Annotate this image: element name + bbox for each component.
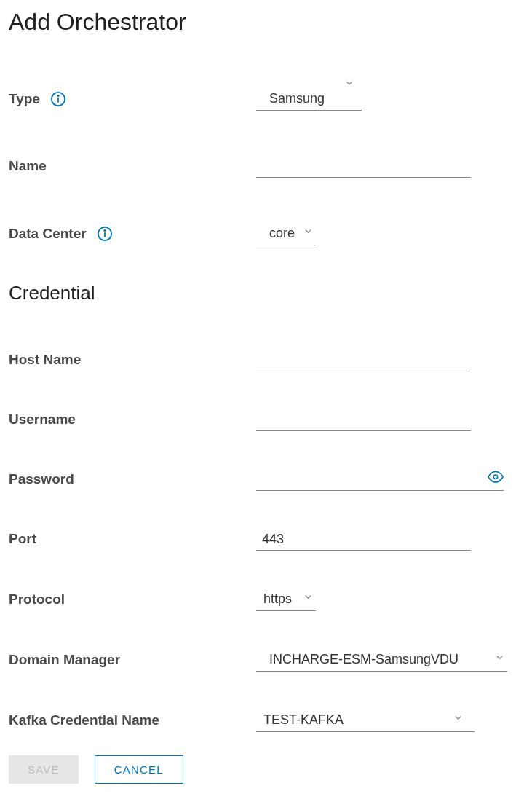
label-type: Type xyxy=(9,91,40,107)
label-protocol: Protocol xyxy=(9,591,65,607)
save-button: SAVE xyxy=(9,755,79,784)
label-name: Name xyxy=(9,158,47,174)
data-center-value: core xyxy=(256,221,316,245)
info-icon[interactable] xyxy=(97,226,113,242)
domain-manager-value: INCHARGE-ESM-SamsungVDU xyxy=(256,648,507,672)
label-domain-manager: Domain Manager xyxy=(9,652,120,668)
type-select[interactable]: Samsung xyxy=(256,87,362,111)
info-icon[interactable] xyxy=(50,91,66,107)
row-password: Password xyxy=(9,468,523,491)
row-domain-manager: Domain Manager INCHARGE-ESM-SamsungVDU xyxy=(9,648,523,672)
host-name-input[interactable] xyxy=(256,348,471,371)
row-port: Port xyxy=(9,527,523,551)
row-type: Type Samsung xyxy=(9,87,523,111)
label-username: Username xyxy=(9,412,76,428)
page-title: Add Orchestrator xyxy=(9,9,523,36)
row-kafka-credential: Kafka Credential Name TEST-KAFKA xyxy=(9,708,523,732)
label-data-center: Data Center xyxy=(9,226,87,242)
password-input[interactable] xyxy=(256,468,504,491)
credential-heading: Credential xyxy=(9,282,523,304)
svg-point-6 xyxy=(493,475,498,479)
eye-icon[interactable] xyxy=(488,469,504,488)
kafka-credential-select[interactable]: TEST-KAFKA xyxy=(256,708,475,732)
label-kafka-credential: Kafka Credential Name xyxy=(9,712,159,728)
svg-point-5 xyxy=(104,229,105,230)
row-host-name: Host Name xyxy=(9,348,523,371)
row-username: Username xyxy=(9,408,523,431)
type-value: Samsung xyxy=(256,87,362,111)
row-name: Name xyxy=(9,154,523,178)
protocol-select[interactable]: https xyxy=(256,587,316,611)
button-row: SAVE CANCEL xyxy=(9,755,523,784)
label-port: Port xyxy=(9,531,36,547)
label-host-name: Host Name xyxy=(9,352,81,368)
label-password: Password xyxy=(9,471,74,487)
row-data-center: Data Center core xyxy=(9,221,523,245)
name-input[interactable] xyxy=(256,154,471,178)
data-center-select[interactable]: core xyxy=(256,221,316,245)
username-input[interactable] xyxy=(256,408,471,431)
svg-point-2 xyxy=(57,95,58,95)
domain-manager-select[interactable]: INCHARGE-ESM-SamsungVDU xyxy=(256,648,507,672)
kafka-credential-value: TEST-KAFKA xyxy=(256,708,475,732)
protocol-value: https xyxy=(256,587,316,611)
cancel-button[interactable]: CANCEL xyxy=(95,755,183,784)
port-input[interactable] xyxy=(256,527,471,551)
row-protocol: Protocol https xyxy=(9,587,523,611)
